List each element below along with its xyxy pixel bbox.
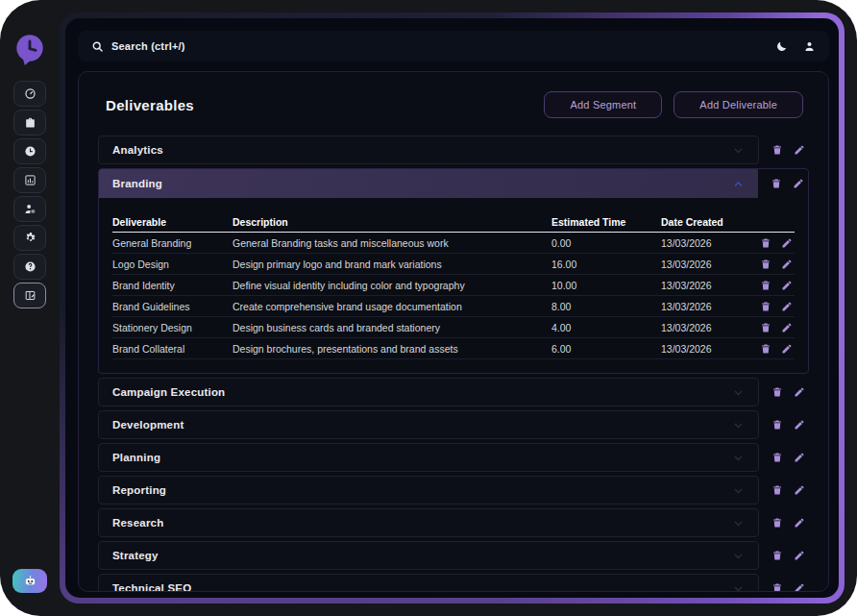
segment-header-campaign-execution[interactable]: Campaign Execution: [98, 378, 759, 407]
delete-segment-strategy-button[interactable]: [771, 550, 783, 561]
chevron-down-icon: [732, 386, 745, 399]
delete-deliverable-0-button[interactable]: [760, 237, 771, 249]
row-actions: [758, 259, 795, 270]
segment-header-planning[interactable]: Planning: [98, 443, 759, 472]
sidebar: [0, 0, 60, 616]
delete-deliverable-1-button[interactable]: [760, 259, 771, 270]
sidebar-item-dashboard[interactable]: [13, 81, 46, 107]
edit-segment-strategy-button[interactable]: [794, 550, 805, 561]
edit-segment-research-button[interactable]: [794, 517, 805, 529]
table-cell: Design primary logo and brand mark varia…: [233, 259, 551, 270]
segment-header-development[interactable]: Development: [98, 410, 759, 439]
segment-header-research[interactable]: Research: [98, 508, 759, 537]
table-row: Brand CollateralDesign brochures, presen…: [112, 338, 795, 359]
search-input[interactable]: Search (ctrl+/): [91, 40, 775, 53]
column-header: Description: [233, 216, 551, 228]
pencil-icon: [794, 517, 805, 529]
edit-deliverable-2-button[interactable]: [781, 280, 793, 291]
search-placeholder: Search (ctrl+/): [111, 40, 185, 52]
trash-icon: [771, 517, 783, 529]
segment-actions-analytics: [759, 144, 809, 156]
segment-header-branding[interactable]: Branding: [99, 169, 758, 198]
ai-assistant-button[interactable]: [12, 569, 47, 593]
segment-expanded-branding: BrandingDeliverableDescriptionEstimated …: [98, 168, 809, 374]
add-deliverable-button[interactable]: Add Deliverable: [673, 91, 803, 118]
delete-segment-development-button[interactable]: [771, 419, 783, 431]
edit-segment-analytics-button[interactable]: [794, 144, 805, 156]
edit-deliverable-3-button[interactable]: [781, 301, 793, 312]
edit-segment-development-button[interactable]: [794, 419, 805, 431]
deliverables-table: DeliverableDescriptionEstimated TimeDate…: [112, 211, 795, 359]
robot-icon: [23, 574, 37, 588]
edit-deliverable-0-button[interactable]: [781, 237, 793, 249]
segment-header-technical-seo[interactable]: Technical SEO: [98, 574, 759, 592]
trash-icon: [760, 301, 771, 312]
chevron-down-icon: [732, 550, 745, 562]
edit-deliverable-5-button[interactable]: [781, 343, 793, 355]
sidebar-item-reports[interactable]: [13, 167, 46, 193]
segment-development: Development: [98, 410, 809, 439]
segment-row-development: Development: [98, 410, 809, 439]
delete-segment-technical-seo-button[interactable]: [771, 582, 783, 592]
dark-mode-toggle[interactable]: [775, 40, 788, 53]
segment-list: AnalyticsBrandingDeliverableDescriptionE…: [98, 136, 809, 592]
edit-segment-technical-seo-button[interactable]: [794, 582, 805, 592]
edit-deliverable-1-button[interactable]: [781, 259, 793, 270]
add-segment-button[interactable]: Add Segment: [544, 91, 662, 118]
table-cell: 13/03/2026: [661, 301, 758, 312]
table-cell: Define visual identity including color a…: [233, 280, 551, 291]
pencil-icon: [794, 452, 805, 463]
edit-segment-campaign-execution-button[interactable]: [794, 386, 805, 398]
table-header-row: DeliverableDescriptionEstimated TimeDate…: [112, 211, 795, 233]
deliverables-card: Deliverables Add Segment Add Deliverable…: [78, 71, 829, 592]
segment-header-analytics[interactable]: Analytics: [98, 136, 759, 164]
delete-segment-branding-button[interactable]: [771, 178, 782, 189]
pencil-icon: [781, 322, 793, 333]
sidebar-item-projects[interactable]: [13, 110, 46, 136]
table-cell: 0.00: [551, 237, 661, 249]
segment-row-campaign-execution: Campaign Execution: [98, 378, 809, 407]
pencil-icon: [781, 259, 793, 270]
delete-segment-research-button[interactable]: [771, 517, 783, 529]
user-menu-button[interactable]: [803, 40, 816, 53]
edit-segment-reporting-button[interactable]: [794, 484, 805, 496]
delete-segment-analytics-button[interactable]: [771, 144, 783, 156]
table-cell: Brand Collateral: [112, 343, 233, 355]
table-row: Logo DesignDesign primary logo and brand…: [112, 254, 795, 275]
sidebar-item-time[interactable]: [13, 138, 46, 164]
delete-segment-reporting-button[interactable]: [771, 484, 783, 496]
segment-label: Analytics: [112, 144, 163, 156]
delete-segment-planning-button[interactable]: [771, 452, 783, 463]
table-cell: 13/03/2026: [661, 280, 758, 291]
delete-deliverable-3-button[interactable]: [760, 301, 771, 312]
sidebar-item-help[interactable]: [13, 254, 46, 280]
sidebar-item-clients[interactable]: [13, 196, 46, 222]
edit-segment-branding-button[interactable]: [793, 178, 804, 189]
sidebar-item-settings[interactable]: [13, 225, 46, 251]
table-cell: 13/03/2026: [661, 343, 758, 355]
delete-segment-campaign-execution-button[interactable]: [771, 386, 783, 398]
segment-header-strategy[interactable]: Strategy: [98, 541, 759, 570]
table-cell: General Branding tasks and miscellaneous…: [233, 237, 551, 249]
edit-segment-planning-button[interactable]: [794, 452, 805, 463]
table-cell: Brand Identity: [112, 280, 233, 291]
trash-icon: [771, 419, 783, 431]
segment-reporting: Reporting: [98, 476, 809, 505]
delete-deliverable-5-button[interactable]: [760, 343, 771, 355]
bar-chart-icon: [24, 174, 37, 186]
row-actions: [758, 280, 795, 291]
delete-deliverable-4-button[interactable]: [760, 322, 771, 333]
pencil-icon: [781, 237, 793, 249]
delete-deliverable-2-button[interactable]: [760, 280, 771, 291]
segment-actions-planning: [759, 452, 809, 463]
pencil-icon: [794, 419, 805, 431]
sidebar-item-deliverables[interactable]: [13, 283, 46, 308]
table-row: General BrandingGeneral Branding tasks a…: [112, 233, 795, 254]
table-cell: Logo Design: [112, 259, 233, 270]
row-actions: [758, 322, 795, 333]
edit-deliverable-4-button[interactable]: [781, 322, 793, 333]
help-icon: [24, 260, 37, 273]
table-row: Brand IdentityDefine visual identity inc…: [112, 275, 795, 296]
segment-actions-research: [759, 517, 809, 529]
segment-header-reporting[interactable]: Reporting: [98, 476, 759, 505]
